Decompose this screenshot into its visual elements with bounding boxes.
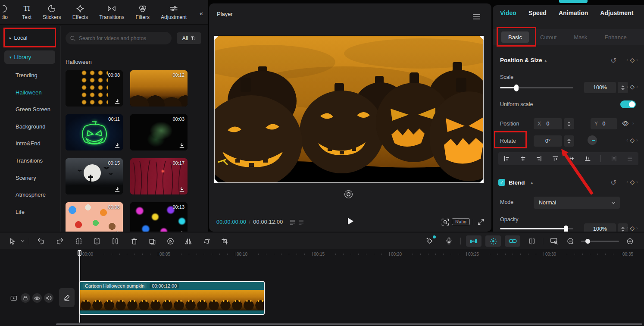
player-menu-icon[interactable] — [473, 13, 480, 21]
record-voiceover-icon[interactable] — [442, 235, 455, 247]
subtab-basic[interactable]: Basic — [501, 31, 529, 43]
toolbar-item-filters[interactable]: Filters — [130, 4, 155, 20]
undo-icon[interactable] — [34, 235, 47, 247]
align-center-horizontal-icon[interactable] — [520, 153, 526, 164]
snap-toggle-button[interactable] — [466, 235, 481, 247]
playhead-handle[interactable] — [78, 250, 81, 256]
sidebar-group-library[interactable]: ▾Library — [4, 50, 55, 64]
sidebar-group-local[interactable]: ▸Local — [4, 31, 55, 44]
align-top-icon[interactable] — [552, 153, 559, 164]
mute-track-icon[interactable] — [44, 293, 53, 303]
split-icon[interactable] — [72, 235, 85, 247]
media-thumbnail-red-branches[interactable]: 00:17 — [130, 158, 188, 194]
position-keyframe-icon[interactable]: ◇◇ › — [622, 119, 634, 127]
preview-axis-icon[interactable] — [547, 235, 560, 247]
blend-reset[interactable]: ↺ — [611, 179, 616, 187]
download-icon[interactable] — [179, 187, 185, 192]
split-clips-icon[interactable] — [525, 235, 538, 247]
media-thumbnail-green-smoke[interactable]: 00:03 — [130, 114, 188, 150]
search-input[interactable]: Search for videos and photos — [66, 32, 172, 44]
opacity-slider[interactable] — [500, 228, 573, 229]
link-toggle-button[interactable] — [505, 235, 520, 247]
align-left-icon[interactable] — [503, 153, 510, 164]
blend-checkbox[interactable]: ✓ — [498, 179, 505, 186]
rotate-stepper[interactable] — [564, 135, 574, 147]
align-bottom-icon[interactable] — [585, 153, 591, 164]
split-right-icon[interactable] — [109, 235, 122, 247]
ratio-button[interactable]: Ratio — [452, 218, 470, 225]
position-y-input[interactable]: Y 0 — [591, 118, 617, 129]
media-filter-button[interactable]: All — [177, 32, 201, 44]
keyframe-add-icon[interactable] — [423, 235, 436, 247]
list-view-icon-2[interactable] — [298, 219, 304, 225]
position-size-reset[interactable]: ↺ — [611, 57, 616, 65]
toolbar-item-adjustment[interactable]: Adjustment — [155, 4, 192, 20]
collapse-caret-icon[interactable]: ▴ — [545, 58, 547, 63]
toolbar-item-stickers[interactable]: Stickers — [37, 4, 67, 20]
selection-handle[interactable] — [479, 36, 484, 40]
sidebar-item-halloween[interactable]: Halloween — [16, 89, 42, 96]
play-button[interactable] — [347, 217, 354, 225]
sidebar-item-life[interactable]: Life — [16, 209, 25, 215]
speed-icon[interactable] — [164, 235, 177, 247]
overlay-icon[interactable] — [146, 235, 159, 247]
tab-speed[interactable]: Speed — [528, 9, 547, 16]
selection-handle[interactable] — [479, 179, 484, 183]
toolbar-item-dio[interactable]: dio — [2, 4, 16, 20]
hide-track-icon[interactable] — [32, 293, 42, 303]
keyframe-diamond-icon[interactable]: ◇ — [630, 57, 635, 63]
selection-handle[interactable] — [214, 179, 219, 183]
rotate-icon[interactable] — [200, 235, 213, 247]
sidebar-item-intro-end[interactable]: Intro&End — [16, 140, 41, 147]
preview-canvas[interactable] — [214, 36, 484, 183]
toolbar-item-text[interactable]: TIText — [16, 4, 37, 20]
preview-quality-icon[interactable] — [441, 218, 449, 226]
align-center-vertical-icon[interactable] — [568, 153, 575, 164]
media-thumbnail-neon-pumpkin[interactable]: 00:11 — [66, 114, 123, 150]
sidebar-item-atmosphere[interactable]: Atmosphere — [16, 191, 46, 198]
keyframe-diamond-icon[interactable]: ◇ — [630, 225, 635, 231]
toolbar-item-effects[interactable]: Effects — [67, 4, 94, 20]
collapse-caret-icon[interactable]: ▴ — [531, 180, 533, 185]
subtab-cutout[interactable]: Cutout — [540, 34, 556, 41]
zoom-in-icon[interactable] — [623, 235, 636, 247]
horizontal-scrollbar[interactable] — [56, 323, 642, 325]
export-button-edge[interactable] — [559, 0, 588, 3]
keyframe-diamond-icon[interactable]: ◇ — [630, 137, 635, 143]
sidebar-item-transitions[interactable]: Transitions — [16, 157, 43, 164]
tab-adjustment[interactable]: Adjustment — [600, 9, 633, 16]
zoom-out-icon[interactable] — [564, 235, 577, 247]
timeline-zoom-slider[interactable] — [581, 241, 619, 242]
redo-icon[interactable] — [53, 235, 66, 247]
scale-slider-thumb[interactable] — [514, 85, 519, 91]
auto-highlight-button[interactable] — [485, 235, 501, 247]
split-left-icon[interactable] — [91, 235, 103, 247]
media-thumbnail-boo-pattern[interactable]: 00:08 — [66, 202, 123, 232]
download-icon[interactable] — [179, 143, 185, 148]
select-tool-icon[interactable] — [6, 235, 19, 247]
blend-mode-select[interactable]: Normal — [534, 197, 620, 209]
rotate-input[interactable]: 0° — [534, 135, 562, 147]
keyframe-diamond-icon[interactable]: ◇ — [630, 84, 635, 90]
mirror-icon[interactable] — [182, 235, 195, 247]
download-icon[interactable] — [114, 187, 120, 192]
sidebar-item-trending[interactable]: Trending — [16, 72, 38, 78]
toolbar-item-transitions[interactable]: Transitions — [94, 4, 130, 20]
subtab-mask[interactable]: Mask — [574, 34, 587, 41]
position-x-stepper[interactable] — [564, 118, 574, 129]
timeline-clip[interactable]: Cartoon Halloween pumpkin 00:00:12:00 — [79, 281, 265, 315]
chevron-down-icon[interactable] — [21, 240, 25, 242]
align-right-icon[interactable] — [536, 153, 542, 164]
delete-icon[interactable] — [128, 235, 141, 247]
collapse-panel-button[interactable]: « — [200, 9, 203, 17]
edit-cover-button[interactable] — [59, 288, 75, 307]
sidebar-item-background[interactable]: Background — [16, 123, 45, 130]
uniform-scale-toggle[interactable] — [620, 100, 636, 108]
opacity-value[interactable]: 100% — [584, 223, 616, 232]
tab-video[interactable]: Video — [500, 9, 516, 16]
selection-handle[interactable] — [214, 36, 219, 40]
scale-value[interactable]: 100% — [584, 82, 616, 93]
keyframe-diamond-icon[interactable]: ◇ — [630, 179, 635, 185]
rotate-dial[interactable] — [588, 135, 597, 145]
download-icon[interactable] — [114, 143, 120, 148]
